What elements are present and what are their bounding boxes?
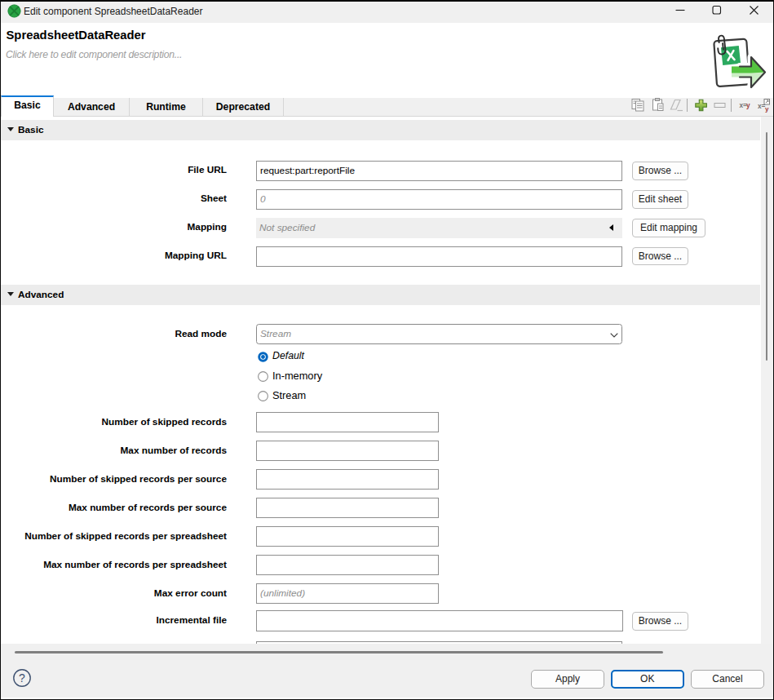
svg-text:?: ?	[19, 671, 25, 684]
svg-text:y: y	[746, 101, 750, 109]
svg-text:y: y	[765, 105, 769, 113]
